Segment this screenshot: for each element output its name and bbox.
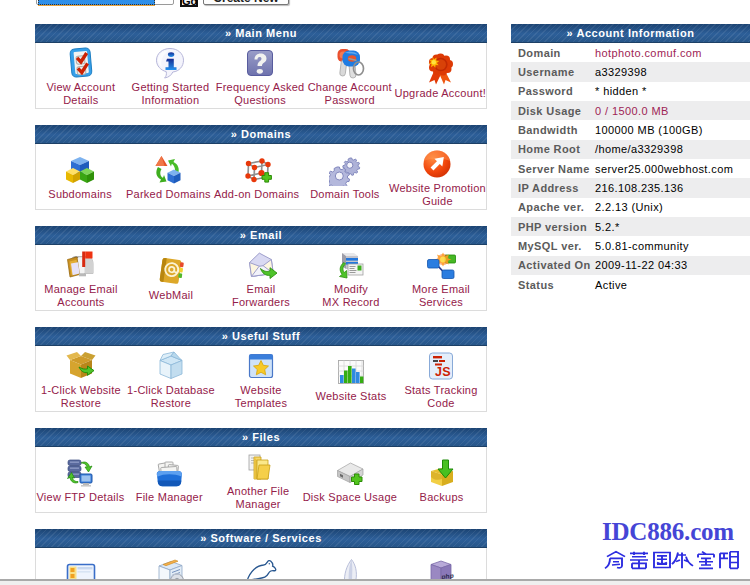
svg-text:JS: JS [435,365,451,379]
